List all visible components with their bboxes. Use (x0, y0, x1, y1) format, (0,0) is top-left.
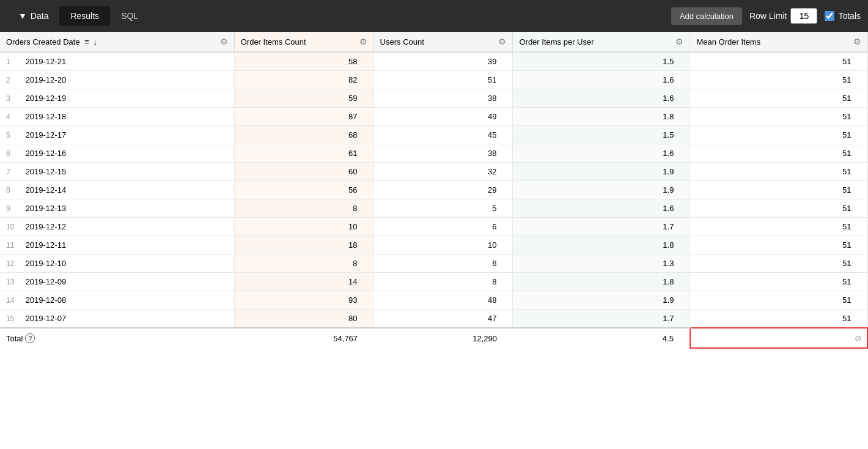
col-mean-title: Mean Order Items (696, 37, 760, 46)
cell-users-5: 45 (373, 126, 513, 144)
date-value: 2019-12-07 (26, 314, 67, 323)
tab-results[interactable]: Results (59, 6, 110, 26)
cell-mean-3: 51 (690, 89, 867, 108)
mean-value: 51 (696, 259, 861, 268)
mean-value: 51 (696, 204, 861, 213)
users-value: 39 (380, 57, 507, 66)
users-value: 47 (380, 314, 507, 323)
row-number: 6 (6, 149, 23, 158)
add-calculation-button[interactable]: Add calculation (671, 7, 742, 25)
cell-mean-12: 51 (690, 254, 867, 273)
cell-order-items-1: 58 (234, 52, 373, 71)
cell-date-3: 3 2019-12-19 (0, 89, 234, 108)
cell-users-9: 5 (373, 199, 513, 218)
gear-icon-order-items[interactable]: ⚙ (359, 37, 367, 46)
order-per-user-value: 1.7 (519, 314, 683, 323)
cell-order-items-15: 80 (234, 310, 373, 328)
row-number: 1 (6, 58, 23, 66)
order-per-user-value: 1.6 (519, 75, 683, 84)
cell-order-per-user-4: 1.8 (513, 108, 690, 126)
cell-date-13: 13 2019-12-09 (0, 273, 234, 291)
cell-mean-11: 51 (690, 236, 867, 254)
cell-order-items-8: 56 (234, 181, 373, 199)
cell-mean-5: 51 (690, 126, 867, 144)
table-row: 12 2019-12-10 8 6 1.3 51 (0, 254, 867, 273)
cell-order-items-10: 10 (234, 218, 373, 236)
date-value: 2019-12-16 (26, 149, 67, 158)
order-items-value: 80 (241, 314, 367, 323)
cell-order-items-4: 87 (234, 108, 373, 126)
gear-icon-users[interactable]: ⚙ (498, 37, 506, 46)
cell-users-11: 10 (373, 236, 513, 254)
tab-data[interactable]: ▼ Data (7, 6, 59, 26)
cell-date-6: 6 2019-12-16 (0, 144, 234, 163)
col-header-order-items: Order Items Count ⚙ (234, 32, 373, 52)
order-items-value: 68 (241, 130, 367, 139)
cell-date-1: 1 2019-12-21 (0, 52, 234, 71)
col-users-title: Users Count (380, 37, 424, 46)
cell-date-14: 14 2019-12-08 (0, 291, 234, 310)
cell-date-10: 10 2019-12-12 (0, 218, 234, 236)
cell-date-11: 11 2019-12-11 (0, 236, 234, 254)
cell-users-7: 32 (373, 163, 513, 181)
users-value: 5 (380, 204, 507, 213)
row-limit-section: Row Limit (749, 8, 817, 24)
order-items-value: 59 (241, 94, 367, 103)
cell-users-1: 39 (373, 52, 513, 71)
users-value: 38 (380, 94, 507, 103)
mean-value: 51 (696, 149, 861, 158)
users-value: 49 (380, 112, 507, 121)
slash-icon: ⊘ (855, 333, 862, 343)
cell-order-items-6: 61 (234, 144, 373, 163)
total-order-per-user: 4.5 (513, 328, 690, 348)
order-per-user-value: 1.6 (519, 149, 683, 158)
col-date-title: Orders Created Date ≡ ↓ (6, 37, 97, 46)
row-number: 12 (6, 259, 23, 268)
cell-order-per-user-5: 1.5 (513, 126, 690, 144)
cell-order-per-user-2: 1.6 (513, 71, 690, 89)
tab-sql[interactable]: SQL (110, 6, 149, 26)
cell-date-7: 7 2019-12-15 (0, 163, 234, 181)
gear-icon-date[interactable]: ⚙ (220, 37, 228, 46)
row-limit-input[interactable] (790, 8, 817, 24)
mean-value: 51 (696, 295, 861, 305)
row-number: 8 (6, 186, 23, 195)
total-label-cell: Total ? (0, 328, 234, 348)
cell-users-14: 48 (373, 291, 513, 310)
order-items-value: 8 (241, 204, 367, 213)
order-per-user-value: 1.8 (519, 277, 683, 286)
order-items-value: 87 (241, 112, 367, 121)
table-row: 4 2019-12-18 87 49 1.8 51 (0, 108, 867, 126)
row-number: 9 (6, 204, 23, 213)
cell-order-per-user-13: 1.8 (513, 273, 690, 291)
gear-icon-mean[interactable]: ⚙ (853, 37, 861, 46)
order-items-value: 8 (241, 259, 367, 268)
row-number: 10 (6, 223, 23, 231)
order-per-user-value: 1.9 (519, 185, 683, 195)
cell-date-8: 8 2019-12-14 (0, 181, 234, 199)
users-value: 6 (380, 222, 507, 231)
gear-icon-order-per-user[interactable]: ⚙ (675, 37, 683, 46)
mean-value: 51 (696, 75, 861, 84)
cell-order-per-user-1: 1.5 (513, 52, 690, 71)
order-items-value: 18 (241, 240, 367, 250)
totals-checkbox[interactable] (825, 11, 834, 21)
users-value: 8 (380, 277, 507, 286)
help-icon[interactable]: ? (25, 333, 35, 343)
tab-sql-label: SQL (121, 11, 138, 21)
date-value: 2019-12-11 (26, 240, 67, 250)
mean-value: 51 (696, 222, 861, 231)
cell-order-per-user-14: 1.9 (513, 291, 690, 310)
row-number: 14 (6, 296, 23, 305)
cell-users-6: 38 (373, 144, 513, 163)
cell-date-12: 12 2019-12-10 (0, 254, 234, 273)
date-value: 2019-12-20 (26, 75, 67, 84)
users-value: 29 (380, 185, 507, 195)
cell-order-items-11: 18 (234, 236, 373, 254)
col-order-per-user-title: Order Items per User (519, 37, 594, 46)
row-number: 15 (6, 314, 23, 323)
cell-order-items-5: 68 (234, 126, 373, 144)
order-items-value: 10 (241, 222, 367, 231)
order-per-user-value: 1.6 (519, 204, 683, 213)
row-number: 4 (6, 113, 23, 121)
